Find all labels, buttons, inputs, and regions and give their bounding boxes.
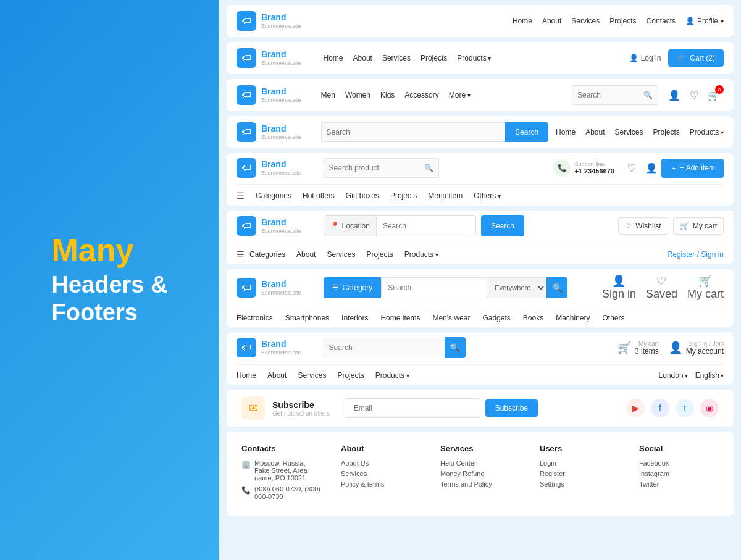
nav-projects-5[interactable]: Projects xyxy=(390,191,417,200)
instagram-link[interactable]: Instagram xyxy=(639,470,719,477)
nav-services-8[interactable]: Services xyxy=(298,371,326,380)
nav-smartphones-7[interactable]: Smartphones xyxy=(285,314,329,322)
brand-logo-2[interactable]: 🏷 Brand Ecommerce.site xyxy=(237,48,301,68)
nav-projects-1[interactable]: Projects xyxy=(609,17,636,25)
policy-link[interactable]: Policy & terms xyxy=(341,480,421,488)
nav-contacts-1[interactable]: Contacts xyxy=(647,17,676,25)
myaccount-block-8[interactable]: 👤 Sign in / Join My account xyxy=(669,340,724,356)
nav-electronics-7[interactable]: Electronics xyxy=(237,314,273,322)
nav-more-3[interactable]: More xyxy=(449,91,471,99)
nav-projects-2[interactable]: Projects xyxy=(421,54,447,62)
nav-menuitem-5[interactable]: Menu item xyxy=(428,191,463,200)
register-signin-6[interactable]: Register / Sign in xyxy=(668,250,724,259)
search-btn-6[interactable]: Search xyxy=(481,215,524,236)
cart-icon-3[interactable]: 🛒 8 xyxy=(704,85,724,105)
nav-men-3[interactable]: Men xyxy=(321,91,335,99)
facebook-link[interactable]: Facebook xyxy=(639,459,719,467)
help-center-link[interactable]: Help Center xyxy=(440,459,520,467)
nav-about-1[interactable]: About xyxy=(542,17,561,25)
search-input-7[interactable] xyxy=(382,283,487,292)
english-sel-8[interactable]: English xyxy=(695,371,724,380)
nav-about-4[interactable]: About xyxy=(585,128,605,136)
location-search-6[interactable] xyxy=(377,222,475,230)
settings-link[interactable]: Settings xyxy=(540,480,619,488)
nav-home-8[interactable]: Home xyxy=(237,371,256,380)
wishlist-icon-5[interactable]: ♡ xyxy=(622,158,642,178)
nav-home-2[interactable]: Home xyxy=(324,54,343,62)
nav-books-7[interactable]: Books xyxy=(523,314,543,322)
instagram-icon[interactable]: ◉ xyxy=(700,399,719,417)
search-input-8[interactable] xyxy=(329,343,440,352)
nav-others-5[interactable]: Others xyxy=(474,191,501,200)
category-btn-7[interactable]: ☰ Category xyxy=(324,277,382,298)
add-item-btn-5[interactable]: ＋ + Add item xyxy=(661,159,724,178)
search-btn-7[interactable]: 🔍 xyxy=(546,277,567,298)
youtube-icon[interactable]: ▶ xyxy=(626,399,645,417)
wishlist-btn-6[interactable]: ♡ Wishlist xyxy=(618,217,668,235)
money-refund-link[interactable]: Money Refund xyxy=(440,470,520,477)
about-us-link[interactable]: About Us xyxy=(341,459,421,467)
nav-about-6[interactable]: About xyxy=(296,250,316,259)
nav-others-7[interactable]: Others xyxy=(603,314,625,322)
nav-projects-8[interactable]: Projects xyxy=(337,371,364,380)
nav-women-3[interactable]: Women xyxy=(345,91,371,99)
search-input-4[interactable] xyxy=(327,128,501,136)
nav-machinery-7[interactable]: Machinery xyxy=(556,314,590,322)
nav-giftboxes-5[interactable]: Gift boxes xyxy=(346,191,379,200)
wishlist-icon-3[interactable]: ♡ xyxy=(684,85,704,105)
nav-hotoffers-5[interactable]: Hot offers xyxy=(303,191,335,200)
login-btn-2[interactable]: 👤 Log in xyxy=(629,54,661,62)
twitter-link[interactable]: Twitter xyxy=(639,480,719,488)
twitter-icon[interactable]: t xyxy=(676,399,694,417)
nav-products-2[interactable]: Products xyxy=(457,54,491,62)
subscribe-email-input[interactable] xyxy=(345,398,480,418)
hamburger-5[interactable]: ☰ xyxy=(237,191,245,201)
mycart-block-8[interactable]: 🛒 My cart 3 items xyxy=(618,340,659,356)
nav-kids-3[interactable]: Kids xyxy=(380,91,395,99)
nav-projects-4[interactable]: Projects xyxy=(653,128,680,136)
cart-btn-2[interactable]: 🛒 Cart (2) xyxy=(668,49,724,67)
login-link[interactable]: Login xyxy=(540,459,619,467)
nav-projects-6[interactable]: Projects xyxy=(366,250,393,259)
brand-logo-4[interactable]: 🏷 Brand Ecommerce.site xyxy=(237,122,301,142)
search-btn-4[interactable]: Search xyxy=(505,122,548,142)
subscribe-btn[interactable]: Subscribe xyxy=(485,399,538,417)
nav-home-4[interactable]: Home xyxy=(556,128,576,136)
facebook-icon[interactable]: f xyxy=(651,399,669,417)
nav-categories-6[interactable]: Categories xyxy=(249,250,285,259)
nav-accessory-3[interactable]: Accessory xyxy=(404,91,438,99)
brand-logo-6[interactable]: 🏷 Brand Ecommerce.site xyxy=(237,216,301,236)
search-input-3[interactable] xyxy=(577,91,641,99)
brand-logo-3[interactable]: 🏷 Brand Ecommerce.site xyxy=(237,85,301,105)
everywhere-select-7[interactable]: Everywhere xyxy=(487,278,546,298)
brand-logo-1[interactable]: 🏷 Brand Ecommerce.site xyxy=(237,11,301,31)
user-icon-3[interactable]: 👤 xyxy=(664,85,684,105)
hamburger-6[interactable]: ☰ xyxy=(237,249,245,259)
nav-products-8[interactable]: Products xyxy=(375,371,409,380)
nav-about-2[interactable]: About xyxy=(353,54,372,62)
nav-homeitems-7[interactable]: Home items xyxy=(380,314,420,322)
brand-logo-8[interactable]: 🏷 Brand Ecommerce.site xyxy=(237,338,301,357)
services-link[interactable]: Services xyxy=(341,470,421,477)
nav-interiors-7[interactable]: Interiors xyxy=(341,314,368,322)
brand-logo-5[interactable]: 🏷 Brand Ecommerce.site xyxy=(237,158,301,178)
saved-btn-7[interactable]: ♡ Saved xyxy=(646,274,677,301)
search-input-5[interactable] xyxy=(329,164,422,172)
nav-services-4[interactable]: Services xyxy=(614,128,643,136)
nav-gadgets-7[interactable]: Gadgets xyxy=(482,314,510,322)
nav-products-6[interactable]: Products xyxy=(404,250,438,259)
register-link[interactable]: Register xyxy=(540,470,619,477)
london-sel-8[interactable]: London xyxy=(659,371,688,380)
search-btn-8[interactable]: 🔍 xyxy=(445,337,466,358)
mycart-btn-7[interactable]: 🛒 My cart xyxy=(687,274,724,301)
brand-logo-7[interactable]: 🏷 Brand Ecommerce.site xyxy=(237,278,301,298)
nav-categories-5[interactable]: Categories xyxy=(256,191,291,200)
nav-home-1[interactable]: Home xyxy=(513,17,532,25)
signin-btn-7[interactable]: 👤 Sign in xyxy=(602,274,636,301)
nav-menswear-7[interactable]: Men's wear xyxy=(432,314,470,322)
nav-services-6[interactable]: Services xyxy=(327,250,355,259)
nav-about-8[interactable]: About xyxy=(267,371,287,380)
nav-products-4[interactable]: Products xyxy=(690,128,724,136)
user-icon-5[interactable]: 👤 xyxy=(642,158,661,178)
profile-btn-1[interactable]: 👤 Profile ▾ xyxy=(685,17,724,25)
